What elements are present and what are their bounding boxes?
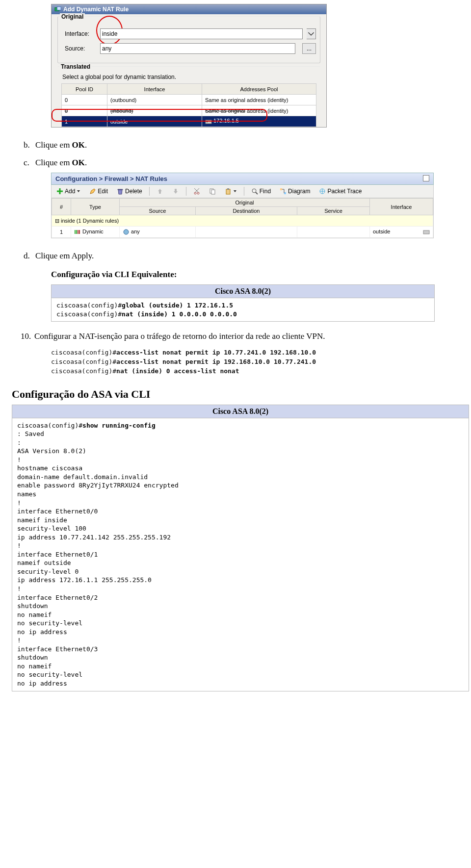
col-destination: Destination — [195, 207, 297, 215]
packet-trace-button[interactable]: Packet Trace — [317, 187, 364, 196]
chevron-down-icon — [308, 30, 314, 37]
running-config-box: Cisco ASA 8.0(2) ciscoasa(config)#show r… — [12, 405, 469, 691]
col-type: Type — [71, 199, 120, 215]
cli-box-title: Cisco ASA 8.0(2) — [52, 285, 434, 298]
step-c: c.Clique em OK. — [24, 158, 459, 168]
rules-table[interactable]: # Type Original Interface Source Destina… — [51, 198, 434, 238]
interface-label: Interface: — [65, 30, 96, 37]
step-b: b.Clique em OK. — [24, 140, 459, 150]
cli-box2-title: Cisco ASA 8.0(2) — [12, 405, 469, 418]
diagram-icon — [280, 188, 287, 195]
col-original: Original — [120, 199, 370, 207]
svg-rect-9 — [227, 188, 229, 190]
diagram-button[interactable]: Diagram — [278, 187, 312, 196]
plus-icon — [56, 188, 63, 195]
cut-button[interactable] — [191, 187, 202, 196]
paste-button[interactable] — [223, 187, 239, 196]
svg-point-5 — [197, 192, 199, 194]
translated-description: Select a global pool for dynamic transla… — [62, 74, 316, 80]
interface-dropdown-button[interactable] — [307, 28, 316, 39]
pencil-icon — [89, 188, 96, 195]
move-down-button[interactable] — [170, 187, 181, 196]
breadcrumb: Configuration > Firewall > NAT Rules — [51, 173, 434, 185]
delete-button[interactable]: Delete — [115, 187, 144, 196]
copy-icon — [209, 188, 216, 195]
original-legend: Original — [60, 13, 85, 20]
svg-rect-8 — [226, 189, 230, 194]
table-row-selected[interactable]: 1 outside 172.16.1.5 — [62, 116, 316, 127]
find-button[interactable]: Find — [249, 187, 273, 196]
svg-rect-12 — [284, 192, 286, 194]
cli-nat-exemption-block: ciscoasa(config)#access-list nonat permi… — [51, 348, 459, 376]
svg-rect-15 — [76, 230, 77, 234]
svg-rect-19 — [423, 230, 429, 234]
table-row[interactable]: 0 (outbound) Same as original address (i… — [62, 95, 316, 105]
svg-rect-17 — [79, 230, 80, 234]
svg-point-4 — [194, 192, 196, 194]
copy-button[interactable] — [207, 187, 218, 196]
interface-value: inside — [102, 30, 117, 37]
svg-rect-1 — [57, 7, 61, 10]
svg-rect-11 — [280, 188, 282, 190]
col-interface: Interface — [370, 199, 433, 215]
dock-icon[interactable] — [423, 175, 429, 181]
translated-legend: Translated — [59, 63, 92, 70]
cli-equivalent-box: Cisco ASA 8.0(2) ciscoasa(config)#global… — [51, 284, 435, 322]
cli-equivalent-heading: Configuração via CLI Equivalente: — [51, 270, 459, 280]
source-label: Source: — [65, 45, 96, 52]
col-pool-id: Pool ID — [62, 84, 107, 95]
server-icon — [423, 229, 430, 235]
cli-box-content: ciscoasa(config)#global (outside) 1 172.… — [52, 298, 434, 321]
col-num: # — [52, 199, 71, 215]
packet-icon — [319, 188, 326, 195]
move-up-button[interactable] — [155, 187, 165, 196]
dialog-title: Add Dynamic NAT Rule — [63, 6, 129, 13]
search-icon — [251, 188, 258, 195]
col-interface: Interface — [107, 84, 202, 95]
chevron-down-icon — [233, 189, 237, 193]
global-pool-table[interactable]: Pool ID Interface Addresses Pool 0 (outb… — [61, 83, 316, 127]
dialog-titlebar: Add Dynamic NAT Rule — [52, 4, 326, 14]
arrow-up-icon — [157, 188, 163, 195]
add-button[interactable]: Add — [54, 187, 82, 196]
svg-point-3 — [207, 121, 208, 122]
svg-point-10 — [252, 189, 256, 193]
step-d: d.Clique em Apply. — [24, 251, 459, 261]
any-icon — [123, 229, 130, 235]
table-row[interactable]: 0 (inbound) Same as original address (id… — [62, 105, 316, 116]
dynamic-icon — [74, 229, 81, 235]
trash-icon — [117, 188, 124, 195]
svg-rect-2 — [206, 120, 211, 124]
chevron-down-icon — [77, 189, 80, 193]
arrow-down-icon — [172, 188, 179, 195]
source-browse-button[interactable]: ... — [302, 43, 316, 54]
source-input[interactable]: any — [100, 43, 295, 54]
table-group-row[interactable]: ⊟ inside (1 Dynamic rules) — [52, 215, 433, 227]
col-service: Service — [297, 207, 370, 215]
svg-point-18 — [124, 230, 129, 234]
table-row[interactable]: 1 Dynamic any outside — [52, 227, 433, 238]
source-value: any — [102, 45, 111, 52]
paste-icon — [225, 188, 232, 195]
server-icon — [205, 118, 212, 125]
toolbar: Add Edit Delete Find Diagram Packet Trac… — [51, 185, 434, 198]
app-icon — [54, 6, 61, 13]
interface-dropdown[interactable]: inside — [100, 28, 303, 39]
col-addresses: Addresses Pool — [202, 84, 316, 95]
svg-rect-16 — [78, 230, 78, 234]
nat-rules-panel: Configuration > Firewall > NAT Rules Add… — [51, 173, 434, 238]
edit-button[interactable]: Edit — [87, 187, 110, 196]
svg-rect-7 — [211, 190, 215, 194]
col-source: Source — [120, 207, 196, 215]
section-heading: Configuração do ASA via CLI — [12, 388, 459, 401]
step-10: 10.Configurar a NAT-isenção para o tráfe… — [21, 332, 459, 341]
add-dynamic-nat-rule-dialog: Add Dynamic NAT Rule Original Interface:… — [51, 4, 327, 128]
svg-rect-14 — [75, 230, 76, 234]
cli-box2-content: ciscoasa(config)#show running-config : S… — [12, 418, 469, 691]
scissors-icon — [193, 188, 200, 195]
